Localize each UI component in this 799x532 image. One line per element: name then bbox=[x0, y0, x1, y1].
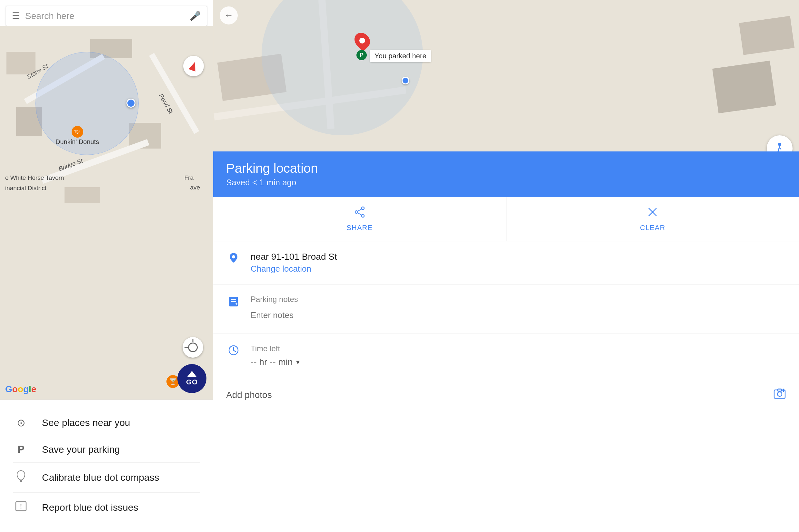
walking-icon bbox=[773, 142, 786, 151]
clear-icon bbox=[647, 206, 658, 221]
p-parking-marker: P bbox=[357, 50, 367, 60]
parking-notes-row: + Parking notes bbox=[213, 285, 799, 334]
address-text: near 91-101 Broad St bbox=[251, 252, 786, 262]
enter-notes-input[interactable] bbox=[251, 308, 786, 323]
compass-button[interactable] bbox=[183, 56, 204, 76]
right-map: ← P You parked here bbox=[213, 0, 799, 151]
clear-button[interactable]: CLEAR bbox=[506, 197, 799, 241]
parking-location-title: Parking location bbox=[226, 161, 786, 176]
share-icon bbox=[354, 206, 365, 221]
menu-item-report[interactable]: ! Report blue dot issues bbox=[13, 493, 200, 522]
bottom-menu: ⊙ See places near you P Save your parkin… bbox=[0, 400, 213, 532]
calibrate-icon bbox=[13, 470, 29, 485]
time-left-row: Time left -- hr -- min ▾ bbox=[213, 334, 799, 378]
poi-dunkin: 🍽 Dunkin' Donuts bbox=[55, 126, 99, 146]
see-places-label: See places near you bbox=[42, 417, 130, 428]
svg-point-5 bbox=[362, 215, 364, 217]
svg-line-7 bbox=[358, 209, 362, 211]
time-value[interactable]: -- hr -- min bbox=[251, 357, 293, 367]
right-panel: ← P You parked here Parking location Sav… bbox=[213, 0, 799, 532]
save-parking-label: Save your parking bbox=[42, 444, 120, 455]
svg-line-19 bbox=[234, 350, 235, 352]
rmap-building bbox=[712, 61, 776, 113]
go-button[interactable]: GO bbox=[177, 364, 206, 393]
parking-saved-subtitle: Saved < 1 min ago bbox=[226, 177, 786, 188]
add-photos-icon[interactable] bbox=[773, 387, 786, 403]
svg-line-8 bbox=[358, 213, 362, 215]
left-panel: ☰ Search here 🎤 Stone St Bridge St Pearl… bbox=[0, 0, 213, 532]
poi-label: Dunkin' Donuts bbox=[55, 138, 99, 146]
svg-point-4 bbox=[362, 207, 364, 209]
p-icon: P bbox=[357, 50, 367, 60]
menu-item-calibrate[interactable]: Calibrate blue dot compass bbox=[13, 463, 200, 493]
compass-arrow-icon bbox=[189, 61, 198, 72]
dropdown-arrow-icon[interactable]: ▾ bbox=[296, 358, 299, 366]
google-logo: Google bbox=[5, 384, 36, 394]
svg-point-21 bbox=[777, 392, 782, 396]
report-icon: ! bbox=[13, 500, 29, 515]
mic-icon[interactable]: 🎤 bbox=[190, 11, 201, 21]
blue-dot-location bbox=[126, 99, 135, 108]
share-label: SHARE bbox=[346, 224, 373, 232]
map-building bbox=[65, 187, 100, 203]
action-buttons: SHARE CLEAR bbox=[213, 197, 799, 241]
save-parking-icon: P bbox=[13, 443, 29, 455]
address-row: near 91-101 Broad St Change location bbox=[213, 241, 799, 285]
parked-here-label: You parked here bbox=[370, 50, 431, 62]
go-label: GO bbox=[186, 378, 198, 386]
clear-label: CLEAR bbox=[640, 224, 665, 232]
time-left-selector: -- hr -- min ▾ bbox=[251, 357, 786, 367]
time-left-content: Time left -- hr -- min ▾ bbox=[251, 344, 786, 367]
clock-icon bbox=[226, 344, 241, 356]
poi-icon-circle: 🍽 bbox=[72, 126, 83, 138]
info-section: near 91-101 Broad St Change location + P… bbox=[213, 241, 799, 532]
see-places-icon: ⊙ bbox=[13, 417, 29, 429]
search-bar: ☰ Search here 🎤 bbox=[6, 6, 207, 26]
right-blue-dot bbox=[402, 77, 409, 84]
place-label: Fra bbox=[184, 174, 194, 182]
back-arrow-icon: ← bbox=[224, 10, 233, 21]
hamburger-icon[interactable]: ☰ bbox=[12, 11, 20, 21]
calibrate-label: Calibrate blue dot compass bbox=[42, 472, 159, 483]
target-icon bbox=[188, 343, 198, 352]
place-label: inancial District bbox=[5, 185, 47, 192]
search-input[interactable]: Search here bbox=[25, 11, 184, 21]
svg-text:!: ! bbox=[20, 503, 22, 510]
location-button[interactable] bbox=[183, 337, 203, 358]
time-left-label: Time left bbox=[251, 344, 786, 353]
parking-header: Parking location Saved < 1 min ago bbox=[213, 151, 799, 197]
notes-content: Parking notes bbox=[251, 295, 786, 323]
change-location-link[interactable]: Change location bbox=[251, 264, 786, 274]
parking-notes-label: Parking notes bbox=[251, 295, 786, 304]
place-label: e White Horse Tavern bbox=[5, 174, 64, 182]
report-label: Report blue dot issues bbox=[42, 502, 139, 513]
svg-point-0 bbox=[20, 479, 22, 482]
notes-icon: + bbox=[226, 295, 241, 306]
address-content: near 91-101 Broad St Change location bbox=[251, 252, 786, 274]
menu-item-save-parking[interactable]: P Save your parking bbox=[13, 436, 200, 463]
add-photos-label: Add photos bbox=[226, 390, 272, 400]
parking-pin bbox=[355, 32, 369, 49]
place-label: ave bbox=[190, 184, 200, 191]
svg-point-11 bbox=[232, 255, 235, 259]
svg-point-3 bbox=[778, 143, 781, 146]
back-button[interactable]: ← bbox=[220, 6, 238, 24]
left-map: Stone St Bridge St Pearl St 🍽 Dunkin' Do… bbox=[0, 26, 213, 400]
location-pin-icon bbox=[226, 252, 241, 263]
svg-text:+: + bbox=[235, 302, 237, 306]
share-button[interactable]: SHARE bbox=[213, 197, 506, 241]
menu-item-see-places[interactable]: ⊙ See places near you bbox=[13, 410, 200, 436]
go-arrow-icon bbox=[187, 371, 197, 377]
svg-point-6 bbox=[355, 211, 358, 213]
add-photos-row[interactable]: Add photos bbox=[213, 378, 799, 412]
